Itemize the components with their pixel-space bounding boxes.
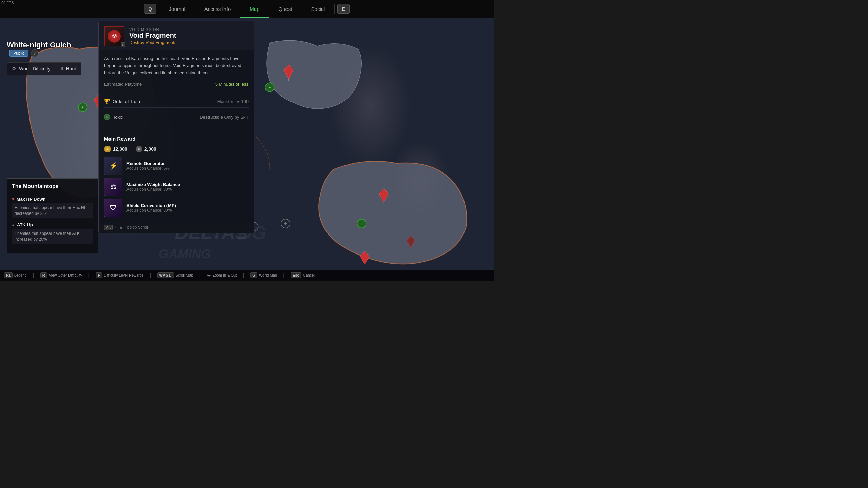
legend-key[interactable]: F1 bbox=[4, 272, 13, 278]
heart-icon: ♥ bbox=[12, 197, 15, 202]
mission-title-area: Void Mission Void Fragment Destroy Void … bbox=[129, 27, 176, 45]
item-chance-0: Acquisition Chance: 5% bbox=[126, 166, 170, 171]
faction-row: 🏆 Order of Truth Monster Lv. 100 bbox=[104, 95, 249, 108]
gold-amount: 12,000 bbox=[113, 146, 127, 152]
scroll-map-key[interactable]: WASD bbox=[157, 272, 174, 278]
effect-hp-desc: Enemies that appear have their Max HP de… bbox=[12, 203, 93, 219]
mission-pause-badge: II bbox=[121, 42, 125, 47]
atk-icon: ↙ bbox=[12, 223, 15, 227]
tooltip-hint: Alt + 🖱 Tooltip Scroll bbox=[99, 222, 254, 233]
item-name-0: Remote Generator bbox=[126, 161, 170, 166]
trait-note: Destructible Only by Skill bbox=[200, 115, 249, 120]
mission-description: As a result of Karel using the Ironheart… bbox=[104, 55, 249, 76]
alt-key: Alt bbox=[104, 225, 113, 230]
item-info-2: Shield Conversion (MP) Acquisition Chanc… bbox=[126, 203, 176, 213]
gear-currency-icon: ⚙ bbox=[136, 146, 142, 152]
bar-sep-5: | bbox=[243, 272, 244, 278]
nav-item-journal[interactable]: Journal bbox=[159, 0, 195, 18]
reward-title: Main Reward bbox=[104, 136, 249, 142]
mission-type: Void Mission bbox=[129, 27, 176, 32]
bar-sep-1: | bbox=[33, 272, 34, 278]
bar-item-scroll-map[interactable]: WASD Scroll Map bbox=[157, 272, 193, 278]
bar-sep-4: | bbox=[199, 272, 201, 278]
effect-hp-name: Max HP Down bbox=[17, 197, 46, 202]
item-info-0: Remote Generator Acquisition Chance: 5% bbox=[126, 161, 170, 171]
item-chance-2: Acquisition Chance: 30% bbox=[126, 208, 176, 213]
pause-icon: ⏸ bbox=[60, 66, 64, 72]
effect-atk-name: ATK Up bbox=[17, 222, 33, 227]
world-map-key[interactable]: G bbox=[250, 272, 257, 278]
scroll-icon: 🖱 bbox=[119, 225, 123, 230]
mission-header: ☢ II Void Mission Void Fragment Destroy … bbox=[99, 21, 254, 50]
region-title: The Mountaintops bbox=[12, 183, 93, 193]
difficulty-label: World Difficulty bbox=[19, 66, 51, 72]
mission-icon-wrap: ☢ II bbox=[104, 26, 124, 46]
nav-key-left[interactable]: Q bbox=[144, 4, 156, 14]
view-difficulty-key[interactable]: R bbox=[40, 272, 47, 278]
mission-name: Void Fragment bbox=[129, 32, 176, 39]
reward-item-1: ⚖ Maximize Weight Balance Acquisition Ch… bbox=[104, 178, 249, 196]
bar-item-zoom[interactable]: ⊕ Zoom In & Out bbox=[207, 272, 237, 278]
location-panel: White-night Gulch Public ? ⚙ World Diffi… bbox=[7, 41, 81, 75]
mission-popup: ☢ II Void Mission Void Fragment Destroy … bbox=[98, 21, 254, 233]
zoom-label: Zoom In & Out bbox=[213, 273, 237, 277]
bar-item-world-map[interactable]: G World Map bbox=[250, 272, 277, 278]
reward-items-list: ⚡ Remote Generator Acquisition Chance: 5… bbox=[104, 157, 249, 217]
scroll-map-label: Scroll Map bbox=[176, 273, 193, 277]
fps-counter: 99 FPS bbox=[1, 1, 14, 5]
nav-item-social[interactable]: Social bbox=[302, 0, 335, 18]
effect-atk-desc: Enemies that appear have their ATK incre… bbox=[12, 229, 93, 244]
location-title: White-night Gulch bbox=[7, 41, 71, 49]
bar-item-legend[interactable]: F1 Legend bbox=[4, 272, 27, 278]
view-difficulty-label: View Other Difficulty bbox=[49, 273, 82, 277]
coin-icon: ● bbox=[104, 146, 111, 152]
bottom-bar: F1 Legend | R View Other Difficulty | F … bbox=[0, 270, 494, 281]
currency-gear: ⚙ 2,000 bbox=[136, 146, 156, 152]
bar-item-difficulty-rewards[interactable]: F Difficulty Level Rewards bbox=[96, 272, 143, 278]
bar-sep-6: | bbox=[283, 272, 284, 278]
mission-subtitle: Destroy Void Fragments bbox=[129, 40, 176, 45]
difficulty-rewards-key[interactable]: F bbox=[96, 272, 102, 278]
difficulty-icon: ⚙ bbox=[12, 66, 16, 72]
gear-amount: 2,000 bbox=[144, 146, 156, 152]
trait-name: Toxic bbox=[113, 115, 123, 120]
nav-item-quest[interactable]: Quest bbox=[269, 0, 302, 18]
reward-item-2: 🛡 Shield Conversion (MP) Acquisition Cha… bbox=[104, 199, 249, 217]
playtime-value: 5 Minutes or less bbox=[215, 82, 249, 87]
tooltip-hint-label: Tooltip Scroll bbox=[125, 225, 148, 230]
mission-icon: ☢ bbox=[108, 30, 121, 43]
nav-divider-right bbox=[334, 4, 335, 14]
currency-gold: ● 12,000 bbox=[104, 146, 127, 152]
plus-sign: + bbox=[115, 225, 117, 230]
reward-item-0: ⚡ Remote Generator Acquisition Chance: 5… bbox=[104, 157, 249, 175]
visibility-badge: Public bbox=[9, 50, 28, 57]
item-info-1: Maximize Weight Balance Acquisition Chan… bbox=[126, 182, 180, 192]
nav-key-right[interactable]: E bbox=[337, 4, 350, 14]
bar-item-view-difficulty[interactable]: R View Other Difficulty bbox=[40, 272, 82, 278]
info-icon[interactable]: ? bbox=[31, 49, 38, 57]
playtime-row: Estimated Playtime 5 Minutes or less bbox=[104, 82, 249, 91]
mission-body: As a result of Karel using the Ironheart… bbox=[99, 50, 254, 131]
item-chance-1: Acquisition Chance: 30% bbox=[126, 187, 180, 192]
bar-sep-3: | bbox=[150, 272, 151, 278]
item-icon-1: ⚖ bbox=[104, 178, 122, 196]
item-name-2: Shield Conversion (MP) bbox=[126, 203, 176, 208]
nav-item-map[interactable]: Map bbox=[240, 0, 269, 18]
item-name-1: Maximize Weight Balance bbox=[126, 182, 180, 187]
region-effect-hp: ♥ Max HP Down Enemies that appear have t… bbox=[12, 197, 93, 219]
trait-row: ☣ Toxic Destructible Only by Skill bbox=[104, 110, 249, 123]
region-panel: The Mountaintops ♥ Max HP Down Enemies t… bbox=[7, 178, 98, 253]
playtime-label: Estimated Playtime bbox=[104, 82, 142, 87]
nav-item-access-info[interactable]: Access Info bbox=[195, 0, 240, 18]
item-icon-2: 🛡 bbox=[104, 199, 122, 217]
top-navigation: Q Journal Access Info Map Quest Social E bbox=[0, 0, 494, 18]
bar-sep-2: | bbox=[88, 272, 90, 278]
cancel-label: Cancel bbox=[303, 273, 315, 277]
faction-name: Order of Truth bbox=[113, 99, 140, 104]
world-map-label: World Map bbox=[259, 273, 277, 277]
cancel-key[interactable]: Esc bbox=[291, 272, 301, 278]
bar-item-cancel[interactable]: Esc Cancel bbox=[291, 272, 315, 278]
monster-level: Monster Lv. 100 bbox=[217, 99, 249, 104]
reward-section: Main Reward ● 12,000 ⚙ 2,000 ⚡ Remote Ge… bbox=[99, 131, 254, 222]
trophy-icon: 🏆 bbox=[104, 99, 110, 104]
